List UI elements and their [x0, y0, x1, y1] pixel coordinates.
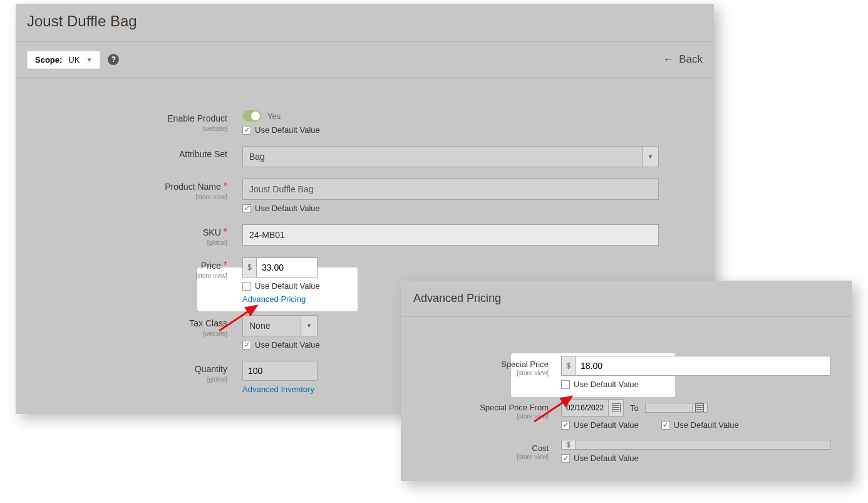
help-icon[interactable]: ? — [108, 54, 119, 65]
qty-scope: [global] — [16, 376, 227, 383]
special-price-udv-checkbox[interactable] — [561, 380, 570, 389]
calendar-icon[interactable] — [693, 403, 708, 413]
date-to-input[interactable] — [645, 403, 708, 413]
sku-input[interactable]: 24-MB01 — [242, 224, 659, 246]
svg-line-0 — [219, 306, 257, 331]
price-input[interactable]: $33.00 — [242, 257, 318, 277]
calendar-icon[interactable] — [609, 399, 624, 417]
cost-label: Cost — [532, 443, 549, 453]
enable-scope: [website] — [16, 125, 227, 132]
date-to-value — [645, 403, 693, 413]
arrow-annotation-icon — [216, 303, 266, 334]
back-button[interactable]: ← Back — [663, 53, 703, 66]
chevron-down-icon: ▼ — [643, 146, 659, 167]
udv-label: Use Default Value — [574, 454, 639, 463]
udv-label: Use Default Value — [255, 340, 320, 350]
advanced-pricing-form: Special Price[store view] $18.00 Use Def… — [401, 356, 852, 473]
udv-label: Use Default Value — [255, 204, 320, 213]
sku-scope: [global] — [16, 239, 227, 246]
scope-value: UK — [68, 55, 80, 65]
enable-yes: Yes — [267, 111, 281, 121]
scope-selector[interactable]: Scope: UK ▼ — [27, 51, 100, 69]
arrow-left-icon: ← — [663, 53, 674, 66]
scope-label: Scope: — [35, 55, 62, 65]
attrset-label: Attribute Set — [179, 149, 227, 159]
cost-scope: [store view] — [401, 454, 549, 460]
advanced-pricing-panel: Advanced Pricing Special Price[store vie… — [401, 281, 852, 481]
price-label: Price — [201, 261, 221, 271]
name-scope: [store view] — [16, 194, 227, 200]
required-icon: * — [224, 260, 227, 271]
udv-label: Use Default Value — [674, 420, 739, 430]
enable-label: Enable Product — [167, 113, 227, 123]
tax-scope: [website] — [16, 330, 227, 337]
special-price-input[interactable]: $18.00 — [561, 356, 830, 376]
udv-label: Use Default Value — [574, 380, 639, 389]
product-name-input[interactable]: Joust Duffle Bag — [242, 179, 659, 200]
page-title: Joust Duffle Bag — [16, 4, 714, 41]
tax-udv-checkbox[interactable] — [242, 341, 251, 350]
cost-input[interactable]: $ — [561, 440, 830, 450]
currency-symbol: $ — [561, 356, 575, 376]
toolbar: Scope: UK ▼ ? ← Back — [16, 42, 714, 77]
to-label: To — [630, 403, 639, 413]
attribute-set-select[interactable]: Bag▼ — [242, 146, 659, 167]
cost-udv-checkbox[interactable] — [561, 454, 570, 463]
enable-udv-checkbox[interactable] — [242, 126, 251, 135]
special-from-scope: [store view] — [401, 413, 549, 420]
svg-line-1 — [534, 397, 572, 422]
sku-label: SKU — [203, 227, 221, 237]
currency-symbol: $ — [561, 440, 575, 450]
attribute-set-value: Bag — [242, 146, 643, 167]
udv-label: Use Default Value — [574, 420, 639, 430]
qty-label: Quantity — [195, 364, 227, 374]
enable-toggle[interactable] — [242, 110, 261, 122]
advanced-pricing-title: Advanced Pricing — [401, 281, 852, 316]
date-to-udv-checkbox[interactable] — [661, 421, 670, 430]
udv-label: Use Default Value — [255, 125, 320, 135]
price-scope: [store view] — [16, 272, 227, 279]
special-price-scope: [store view] — [401, 370, 549, 376]
required-icon: * — [224, 181, 227, 192]
quantity-input[interactable]: 100 — [242, 361, 318, 381]
name-udv-checkbox[interactable] — [242, 204, 251, 213]
divider — [16, 77, 714, 78]
udv-label: Use Default Value — [255, 281, 320, 291]
price-udv-checkbox[interactable] — [242, 282, 251, 291]
chevron-down-icon: ▼ — [301, 315, 318, 336]
cost-value — [575, 440, 830, 450]
divider — [401, 316, 852, 317]
price-value: 33.00 — [256, 257, 318, 277]
arrow-annotation-icon — [531, 393, 581, 425]
qty-value: 100 — [242, 361, 318, 381]
chevron-down-icon: ▼ — [86, 56, 92, 63]
special-price-value: 18.00 — [575, 356, 830, 376]
special-price-label: Special Price — [501, 360, 549, 369]
required-icon: * — [224, 227, 227, 237]
currency-symbol: $ — [242, 257, 256, 277]
name-label: Product Name — [165, 182, 220, 192]
back-label: Back — [679, 53, 703, 66]
